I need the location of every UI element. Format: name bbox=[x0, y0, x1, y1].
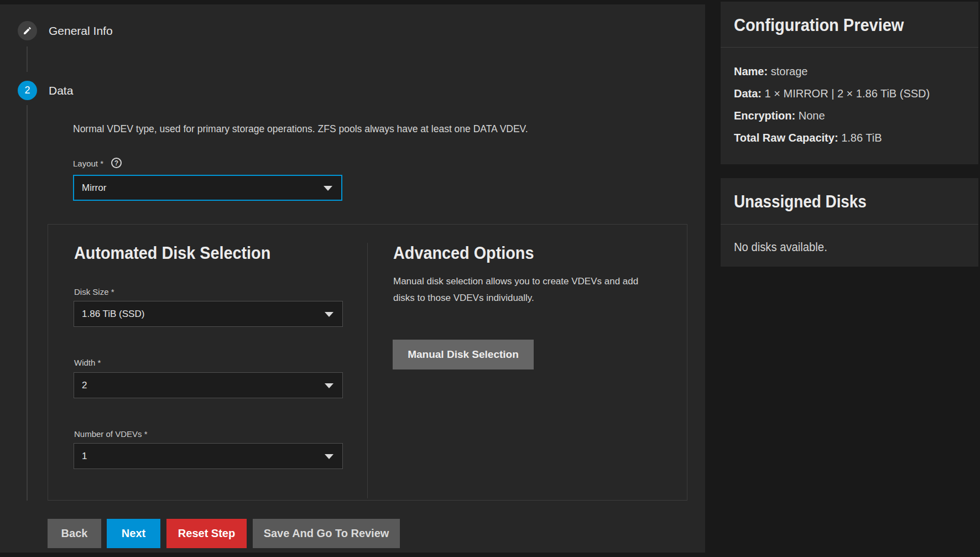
back-label: Back bbox=[61, 527, 88, 540]
preview-encryption-value: None bbox=[799, 110, 825, 122]
unassigned-disks-title: Unassigned Disks bbox=[734, 191, 867, 212]
preview-encryption-label: Encryption: bbox=[734, 110, 795, 122]
automated-title: Automated Disk Selection bbox=[74, 243, 270, 263]
step2-circle[interactable]: 2 bbox=[18, 81, 37, 100]
advanced-description-line1: Manual disk selection allows you to crea… bbox=[393, 273, 638, 290]
pool-wizard-page: General Info 2 Data Normal VDEV type, us… bbox=[0, 0, 980, 557]
width-select[interactable]: 2 bbox=[74, 372, 343, 398]
preview-capacity-label: Total Raw Capacity: bbox=[734, 132, 838, 144]
layout-label: Layout * bbox=[73, 159, 103, 168]
disk-selection-panel: Automated Disk Selection Disk Size * 1.8… bbox=[48, 224, 687, 501]
save-review-button[interactable]: Save And Go To Review bbox=[253, 519, 400, 548]
unassigned-divider bbox=[721, 224, 978, 225]
layout-select-value: Mirror bbox=[74, 183, 106, 194]
preview-row-capacity: Total Raw Capacity: 1.86 TiB bbox=[734, 132, 882, 144]
chevron-down-icon bbox=[324, 186, 332, 191]
unassigned-disks-card: Unassigned Disks No disks available. bbox=[721, 178, 978, 267]
vdevs-value: 1 bbox=[74, 451, 87, 462]
width-label: Width * bbox=[74, 358, 101, 367]
advanced-description: Manual disk selection allows you to crea… bbox=[393, 273, 638, 306]
preview-data-value: 1 × MIRROR | 2 × 1.86 TiB (SSD) bbox=[765, 87, 930, 100]
step-description: Normal VDEV type, used for primary stora… bbox=[73, 123, 528, 135]
save-review-label: Save And Go To Review bbox=[264, 527, 389, 540]
disk-size-value: 1.86 TiB (SSD) bbox=[74, 309, 144, 320]
configuration-preview-title: Configuration Preview bbox=[734, 15, 904, 35]
vdevs-label: Number of VDEVs * bbox=[74, 429, 148, 439]
vdevs-select[interactable]: 1 bbox=[74, 443, 343, 469]
preview-name-label: Name: bbox=[734, 65, 768, 77]
preview-divider bbox=[721, 47, 978, 48]
advanced-title: Advanced Options bbox=[393, 243, 534, 263]
chevron-down-icon bbox=[325, 312, 333, 317]
preview-row-name: Name: storage bbox=[734, 65, 807, 78]
chevron-down-icon bbox=[325, 454, 333, 459]
step1-label[interactable]: General Info bbox=[49, 24, 113, 38]
reset-step-label: Reset Step bbox=[178, 527, 235, 540]
step-connector-top bbox=[27, 46, 28, 72]
preview-capacity-value: 1.86 TiB bbox=[841, 132, 882, 144]
wizard-main-card: General Info 2 Data Normal VDEV type, us… bbox=[0, 4, 705, 553]
help-glyph: ? bbox=[114, 159, 118, 167]
preview-row-data: Data: 1 × MIRROR | 2 × 1.86 TiB (SSD) bbox=[734, 87, 930, 100]
no-disks-message: No disks available. bbox=[734, 240, 827, 254]
next-button[interactable]: Next bbox=[107, 519, 160, 548]
next-label: Next bbox=[122, 527, 145, 540]
preview-data-label: Data: bbox=[734, 87, 762, 100]
reset-step-button[interactable]: Reset Step bbox=[166, 519, 247, 548]
back-button[interactable]: Back bbox=[48, 519, 101, 548]
help-icon[interactable]: ? bbox=[111, 158, 122, 168]
preview-name-value: storage bbox=[771, 65, 808, 77]
step2-number: 2 bbox=[24, 85, 30, 96]
advanced-description-line2: disks to those VDEVs individually. bbox=[393, 290, 638, 306]
manual-disk-selection-label: Manual Disk Selection bbox=[408, 348, 519, 361]
configuration-preview-card: Configuration Preview Name: storage Data… bbox=[721, 2, 978, 164]
layout-select[interactable]: Mirror bbox=[73, 175, 342, 201]
disk-size-label: Disk Size * bbox=[74, 287, 114, 296]
disk-size-select[interactable]: 1.86 TiB (SSD) bbox=[74, 301, 343, 327]
step1-circle[interactable] bbox=[18, 21, 37, 40]
step-connector-bottom bbox=[27, 105, 28, 501]
width-value: 2 bbox=[74, 380, 87, 391]
panel-divider bbox=[367, 243, 368, 498]
preview-row-encryption: Encryption: None bbox=[734, 110, 825, 122]
pencil-icon bbox=[23, 26, 32, 35]
chevron-down-icon bbox=[325, 383, 333, 388]
manual-disk-selection-button[interactable]: Manual Disk Selection bbox=[393, 340, 534, 369]
step2-label[interactable]: Data bbox=[49, 84, 73, 97]
